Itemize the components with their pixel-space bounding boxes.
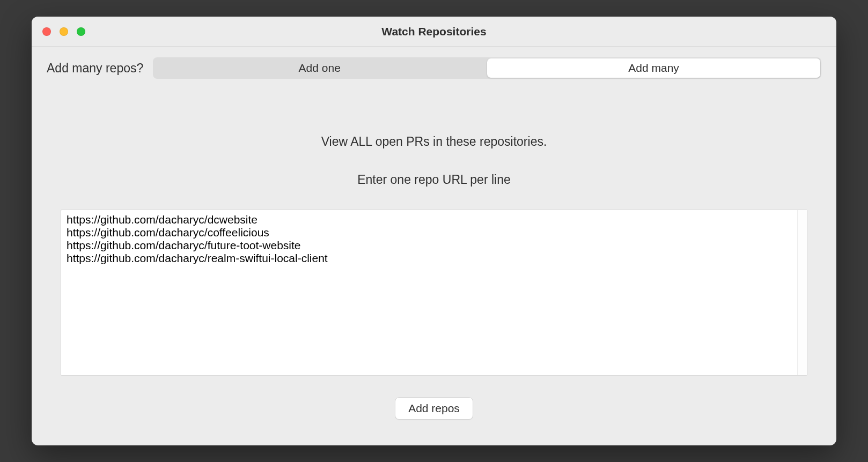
watch-repositories-window: Watch Repositories Add many repos? Add o… — [32, 17, 836, 445]
segment-add-one-label: Add one — [299, 62, 341, 74]
titlebar: Watch Repositories — [32, 17, 836, 47]
main-content: View ALL open PRs in these repositories.… — [32, 92, 836, 445]
scrollbar-track[interactable] — [797, 210, 807, 375]
close-icon[interactable] — [42, 27, 51, 36]
mode-toolbar: Add many repos? Add one Add many — [32, 47, 836, 92]
add-repos-button-label: Add repos — [408, 402, 460, 414]
fullscreen-icon[interactable] — [77, 27, 85, 36]
segment-add-one[interactable]: Add one — [153, 57, 486, 79]
minimize-icon[interactable] — [60, 27, 68, 36]
repo-urls-textarea[interactable] — [61, 210, 797, 375]
window-controls — [42, 27, 85, 36]
segment-add-many[interactable]: Add many — [487, 58, 820, 78]
enter-url-subheading: Enter one repo URL per line — [357, 173, 511, 187]
window-title: Watch Repositories — [381, 25, 486, 38]
repo-urls-textarea-container — [61, 210, 807, 376]
view-all-prs-heading: View ALL open PRs in these repositories. — [321, 135, 547, 149]
add-mode-segmented-control[interactable]: Add one Add many — [153, 57, 821, 79]
submit-row: Add repos — [395, 397, 473, 420]
segment-add-many-label: Add many — [628, 62, 679, 74]
add-repos-button[interactable]: Add repos — [395, 397, 473, 420]
add-many-prompt-label: Add many repos? — [47, 61, 143, 76]
